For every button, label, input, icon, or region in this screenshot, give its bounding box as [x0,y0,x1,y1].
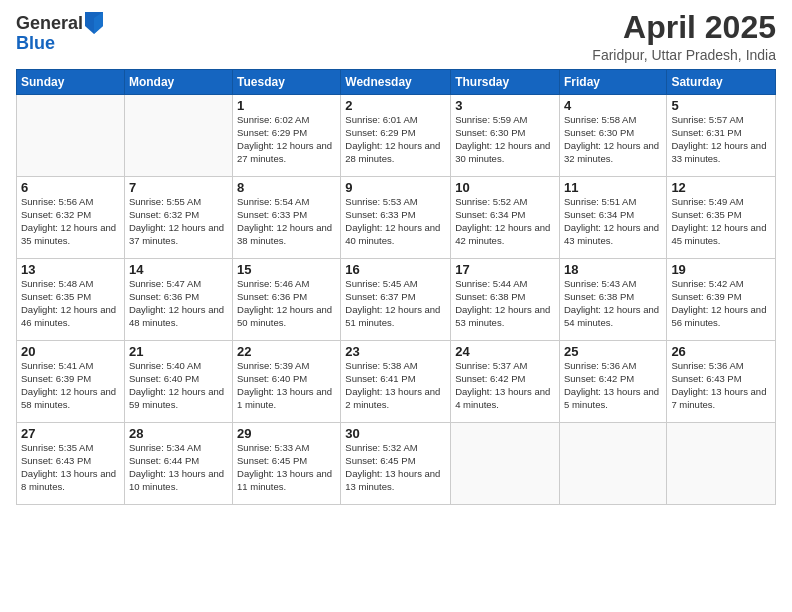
day-info: Sunrise: 5:54 AM Sunset: 6:33 PM Dayligh… [237,196,336,247]
day-info: Sunrise: 5:43 AM Sunset: 6:38 PM Dayligh… [564,278,662,329]
table-row: 21Sunrise: 5:40 AM Sunset: 6:40 PM Dayli… [124,341,232,423]
table-row: 7Sunrise: 5:55 AM Sunset: 6:32 PM Daylig… [124,177,232,259]
day-number: 3 [455,98,555,113]
day-number: 7 [129,180,228,195]
day-info: Sunrise: 5:51 AM Sunset: 6:34 PM Dayligh… [564,196,662,247]
day-number: 29 [237,426,336,441]
table-row: 1Sunrise: 6:02 AM Sunset: 6:29 PM Daylig… [233,95,341,177]
table-row: 14Sunrise: 5:47 AM Sunset: 6:36 PM Dayli… [124,259,232,341]
day-info: Sunrise: 5:42 AM Sunset: 6:39 PM Dayligh… [671,278,771,329]
day-info: Sunrise: 5:33 AM Sunset: 6:45 PM Dayligh… [237,442,336,493]
day-info: Sunrise: 5:56 AM Sunset: 6:32 PM Dayligh… [21,196,120,247]
col-thursday: Thursday [451,70,560,95]
day-info: Sunrise: 5:57 AM Sunset: 6:31 PM Dayligh… [671,114,771,165]
day-number: 26 [671,344,771,359]
day-number: 2 [345,98,446,113]
day-number: 9 [345,180,446,195]
table-row [559,423,666,505]
day-info: Sunrise: 5:58 AM Sunset: 6:30 PM Dayligh… [564,114,662,165]
table-row [667,423,776,505]
col-wednesday: Wednesday [341,70,451,95]
day-info: Sunrise: 5:52 AM Sunset: 6:34 PM Dayligh… [455,196,555,247]
calendar-header-row: Sunday Monday Tuesday Wednesday Thursday… [17,70,776,95]
day-info: Sunrise: 5:44 AM Sunset: 6:38 PM Dayligh… [455,278,555,329]
table-row: 5Sunrise: 5:57 AM Sunset: 6:31 PM Daylig… [667,95,776,177]
table-row: 28Sunrise: 5:34 AM Sunset: 6:44 PM Dayli… [124,423,232,505]
table-row: 6Sunrise: 5:56 AM Sunset: 6:32 PM Daylig… [17,177,125,259]
day-info: Sunrise: 5:47 AM Sunset: 6:36 PM Dayligh… [129,278,228,329]
day-number: 30 [345,426,446,441]
day-info: Sunrise: 5:36 AM Sunset: 6:42 PM Dayligh… [564,360,662,411]
calendar-week-row: 6Sunrise: 5:56 AM Sunset: 6:32 PM Daylig… [17,177,776,259]
col-sunday: Sunday [17,70,125,95]
day-number: 21 [129,344,228,359]
day-number: 10 [455,180,555,195]
day-number: 8 [237,180,336,195]
day-number: 22 [237,344,336,359]
day-number: 6 [21,180,120,195]
col-friday: Friday [559,70,666,95]
day-number: 18 [564,262,662,277]
day-number: 23 [345,344,446,359]
title-location: Faridpur, Uttar Pradesh, India [592,47,776,63]
day-info: Sunrise: 5:37 AM Sunset: 6:42 PM Dayligh… [455,360,555,411]
table-row: 23Sunrise: 5:38 AM Sunset: 6:41 PM Dayli… [341,341,451,423]
col-tuesday: Tuesday [233,70,341,95]
title-block: April 2025 Faridpur, Uttar Pradesh, Indi… [592,10,776,63]
day-info: Sunrise: 5:38 AM Sunset: 6:41 PM Dayligh… [345,360,446,411]
table-row: 19Sunrise: 5:42 AM Sunset: 6:39 PM Dayli… [667,259,776,341]
title-month: April 2025 [592,10,776,45]
day-number: 15 [237,262,336,277]
day-number: 13 [21,262,120,277]
day-info: Sunrise: 5:48 AM Sunset: 6:35 PM Dayligh… [21,278,120,329]
table-row: 25Sunrise: 5:36 AM Sunset: 6:42 PM Dayli… [559,341,666,423]
day-number: 1 [237,98,336,113]
day-info: Sunrise: 6:01 AM Sunset: 6:29 PM Dayligh… [345,114,446,165]
table-row: 13Sunrise: 5:48 AM Sunset: 6:35 PM Dayli… [17,259,125,341]
table-row: 16Sunrise: 5:45 AM Sunset: 6:37 PM Dayli… [341,259,451,341]
table-row: 4Sunrise: 5:58 AM Sunset: 6:30 PM Daylig… [559,95,666,177]
day-info: Sunrise: 5:36 AM Sunset: 6:43 PM Dayligh… [671,360,771,411]
table-row [124,95,232,177]
calendar-week-row: 20Sunrise: 5:41 AM Sunset: 6:39 PM Dayli… [17,341,776,423]
col-monday: Monday [124,70,232,95]
table-row: 2Sunrise: 6:01 AM Sunset: 6:29 PM Daylig… [341,95,451,177]
day-number: 16 [345,262,446,277]
logo-icon [85,12,103,34]
day-number: 11 [564,180,662,195]
day-number: 5 [671,98,771,113]
table-row: 10Sunrise: 5:52 AM Sunset: 6:34 PM Dayli… [451,177,560,259]
table-row: 15Sunrise: 5:46 AM Sunset: 6:36 PM Dayli… [233,259,341,341]
calendar-week-row: 27Sunrise: 5:35 AM Sunset: 6:43 PM Dayli… [17,423,776,505]
table-row [451,423,560,505]
day-info: Sunrise: 5:40 AM Sunset: 6:40 PM Dayligh… [129,360,228,411]
day-info: Sunrise: 5:46 AM Sunset: 6:36 PM Dayligh… [237,278,336,329]
day-info: Sunrise: 5:55 AM Sunset: 6:32 PM Dayligh… [129,196,228,247]
day-info: Sunrise: 5:35 AM Sunset: 6:43 PM Dayligh… [21,442,120,493]
day-number: 4 [564,98,662,113]
table-row: 24Sunrise: 5:37 AM Sunset: 6:42 PM Dayli… [451,341,560,423]
calendar-table: Sunday Monday Tuesday Wednesday Thursday… [16,69,776,505]
table-row: 20Sunrise: 5:41 AM Sunset: 6:39 PM Dayli… [17,341,125,423]
header: General Blue April 2025 Faridpur, Uttar … [16,10,776,63]
table-row: 9Sunrise: 5:53 AM Sunset: 6:33 PM Daylig… [341,177,451,259]
table-row: 26Sunrise: 5:36 AM Sunset: 6:43 PM Dayli… [667,341,776,423]
table-row: 18Sunrise: 5:43 AM Sunset: 6:38 PM Dayli… [559,259,666,341]
day-number: 28 [129,426,228,441]
table-row: 11Sunrise: 5:51 AM Sunset: 6:34 PM Dayli… [559,177,666,259]
day-number: 17 [455,262,555,277]
day-number: 19 [671,262,771,277]
table-row: 8Sunrise: 5:54 AM Sunset: 6:33 PM Daylig… [233,177,341,259]
calendar-week-row: 13Sunrise: 5:48 AM Sunset: 6:35 PM Dayli… [17,259,776,341]
day-number: 27 [21,426,120,441]
day-info: Sunrise: 6:02 AM Sunset: 6:29 PM Dayligh… [237,114,336,165]
day-number: 24 [455,344,555,359]
day-info: Sunrise: 5:53 AM Sunset: 6:33 PM Dayligh… [345,196,446,247]
day-info: Sunrise: 5:45 AM Sunset: 6:37 PM Dayligh… [345,278,446,329]
day-number: 14 [129,262,228,277]
day-info: Sunrise: 5:41 AM Sunset: 6:39 PM Dayligh… [21,360,120,411]
calendar-week-row: 1Sunrise: 6:02 AM Sunset: 6:29 PM Daylig… [17,95,776,177]
table-row: 27Sunrise: 5:35 AM Sunset: 6:43 PM Dayli… [17,423,125,505]
table-row: 12Sunrise: 5:49 AM Sunset: 6:35 PM Dayli… [667,177,776,259]
day-info: Sunrise: 5:49 AM Sunset: 6:35 PM Dayligh… [671,196,771,247]
